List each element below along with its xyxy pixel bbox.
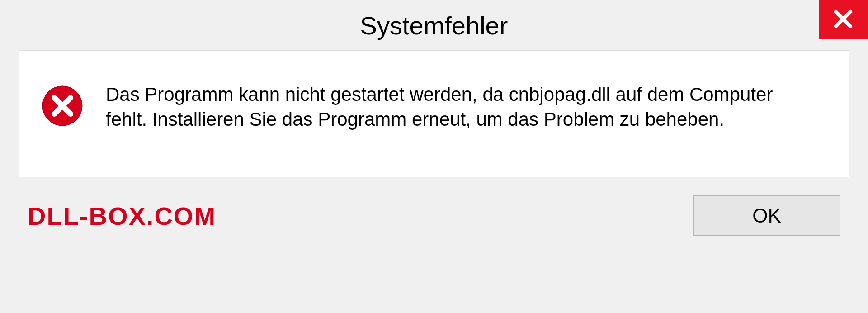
ok-button[interactable]: OK [693, 195, 840, 236]
content-panel: Das Programm kann nicht gestartet werden… [19, 50, 849, 177]
error-icon [42, 85, 83, 127]
titlebar: Systemfehler [0, 0, 868, 50]
close-button[interactable] [819, 0, 868, 39]
dialog-title: Systemfehler [360, 11, 508, 40]
close-icon [833, 9, 853, 31]
watermark-text: DLL-BOX.COM [28, 201, 216, 231]
error-message: Das Programm kann nicht gestartet werden… [106, 82, 826, 132]
dialog-footer: DLL-BOX.COM OK [0, 182, 868, 250]
error-dialog: Systemfehler Das Programm kann nicht ges… [0, 0, 868, 313]
